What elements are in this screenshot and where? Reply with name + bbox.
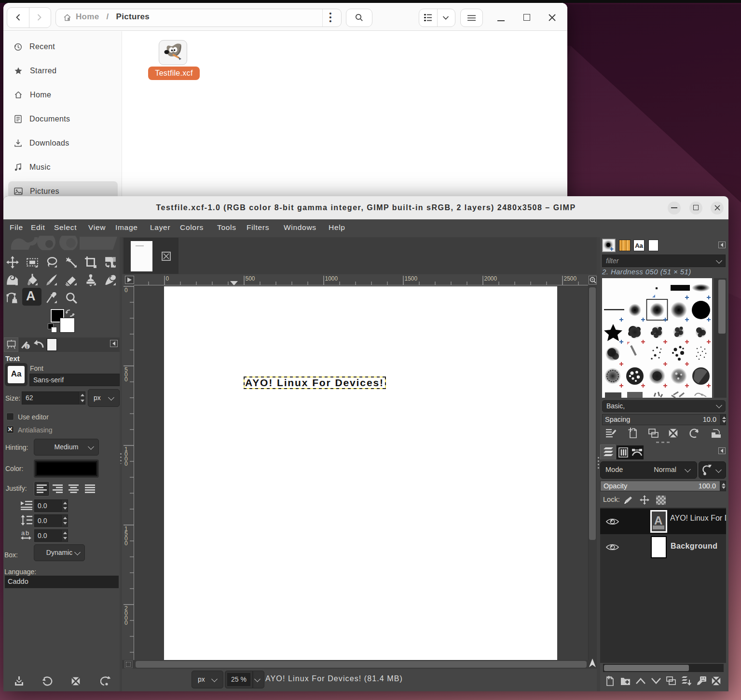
svg-text:0: 0	[124, 619, 128, 626]
svg-text:0: 0	[166, 275, 169, 282]
svg-text:0: 0	[124, 376, 128, 383]
svg-text:0: 0	[124, 460, 128, 467]
svg-text:0: 0	[124, 287, 128, 294]
svg-text:1000: 1000	[325, 275, 338, 282]
svg-text:a: a	[21, 530, 25, 537]
svg-text:0: 0	[124, 540, 128, 547]
svg-text:500: 500	[246, 275, 255, 282]
svg-text:A: A	[654, 514, 662, 527]
svg-text:2000: 2000	[484, 275, 497, 282]
svg-text:1500: 1500	[405, 275, 418, 282]
svg-text:i: i	[27, 345, 28, 350]
svg-text:b: b	[26, 530, 29, 537]
svg-text:2500: 2500	[564, 275, 577, 282]
